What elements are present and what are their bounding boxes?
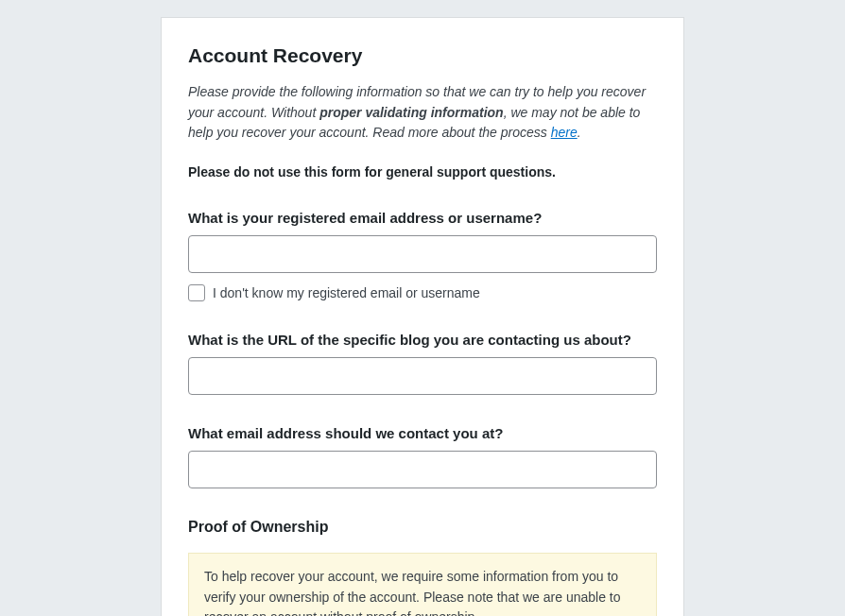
email-username-label: What is your registered email address or… [188, 210, 657, 226]
warning-text: Please do not use this form for general … [188, 164, 657, 180]
email-username-input[interactable] [188, 235, 657, 273]
intro-link[interactable]: here [551, 125, 578, 140]
contact-email-label: What email address should we contact you… [188, 425, 657, 441]
page-title: Account Recovery [188, 44, 657, 67]
blog-url-input[interactable] [188, 357, 657, 395]
email-username-group: What is your registered email address or… [188, 210, 657, 301]
blog-url-label: What is the URL of the specific blog you… [188, 332, 657, 348]
proof-heading: Proof of Ownership [188, 519, 657, 536]
dont-know-row: I don't know my registered email or user… [188, 284, 657, 301]
intro-strong: proper validating information [319, 105, 503, 120]
contact-email-input[interactable] [188, 451, 657, 488]
proof-notice: To help recover your account, we require… [188, 553, 657, 616]
dont-know-label: I don't know my registered email or user… [213, 285, 480, 300]
blog-url-group: What is the URL of the specific blog you… [188, 332, 657, 395]
intro-part3: . [578, 125, 581, 140]
dont-know-checkbox[interactable] [188, 284, 205, 301]
intro-text: Please provide the following information… [188, 82, 657, 144]
contact-email-group: What email address should we contact you… [188, 425, 657, 488]
form-card: Account Recovery Please provide the foll… [161, 17, 684, 616]
